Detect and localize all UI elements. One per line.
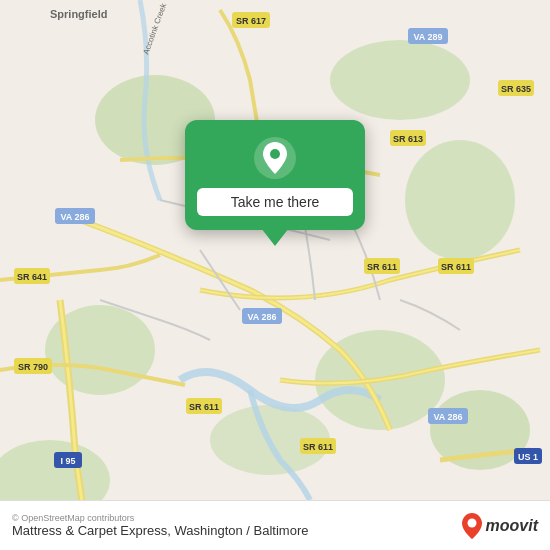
svg-text:SR 611: SR 611 bbox=[441, 262, 471, 272]
svg-text:SR 635: SR 635 bbox=[501, 84, 531, 94]
popup-card: Take me there bbox=[185, 120, 365, 230]
svg-text:Springfield: Springfield bbox=[50, 8, 107, 20]
svg-text:I 95: I 95 bbox=[60, 456, 75, 466]
svg-text:SR 611: SR 611 bbox=[367, 262, 397, 272]
svg-text:VA 286: VA 286 bbox=[247, 312, 276, 322]
location-title: Mattress & Carpet Express, Washington / … bbox=[12, 523, 308, 538]
svg-text:VA 286: VA 286 bbox=[60, 212, 89, 222]
svg-text:SR 611: SR 611 bbox=[303, 442, 333, 452]
footer-left: © OpenStreetMap contributors Mattress & … bbox=[12, 513, 308, 538]
take-me-there-button[interactable]: Take me there bbox=[197, 188, 353, 216]
svg-point-45 bbox=[467, 518, 476, 527]
svg-point-3 bbox=[405, 140, 515, 260]
svg-text:SR 641: SR 641 bbox=[17, 272, 47, 282]
moovit-label: moovit bbox=[486, 517, 538, 535]
svg-text:VA 289: VA 289 bbox=[413, 32, 442, 42]
moovit-logo: moovit bbox=[462, 513, 538, 539]
svg-text:SR 611: SR 611 bbox=[189, 402, 219, 412]
svg-text:SR 617: SR 617 bbox=[236, 16, 266, 26]
svg-point-2 bbox=[330, 40, 470, 120]
copyright-text: © OpenStreetMap contributors bbox=[12, 513, 308, 523]
map-container: SR 617 VA 289 SR 789 VA 286 SR 613 SR 63… bbox=[0, 0, 550, 500]
svg-text:US 1: US 1 bbox=[518, 452, 538, 462]
location-pin-icon bbox=[253, 136, 297, 180]
footer-bar: © OpenStreetMap contributors Mattress & … bbox=[0, 500, 550, 550]
svg-text:SR 790: SR 790 bbox=[18, 362, 48, 372]
svg-text:SR 613: SR 613 bbox=[393, 134, 423, 144]
moovit-pin-icon bbox=[462, 513, 482, 539]
svg-text:VA 286: VA 286 bbox=[433, 412, 462, 422]
svg-point-44 bbox=[270, 149, 280, 159]
